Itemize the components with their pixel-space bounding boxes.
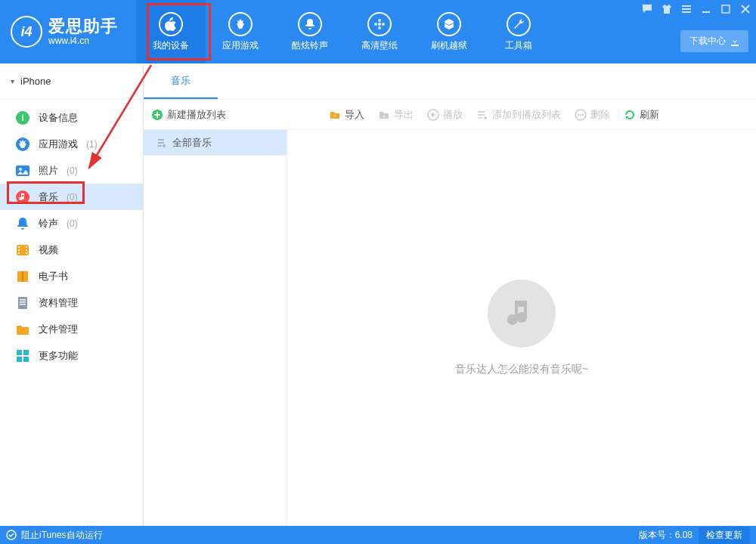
sidebar-item-count: (0) bbox=[67, 218, 78, 229]
document-icon bbox=[15, 295, 30, 311]
minimize-icon[interactable] bbox=[700, 3, 712, 15]
sidebar-item-label: 视频 bbox=[39, 243, 58, 257]
status-bar: 阻止iTunes自动运行 版本号：6.08 检查更新 bbox=[0, 526, 756, 544]
svg-rect-18 bbox=[26, 252, 27, 254]
check-circle-icon bbox=[6, 530, 17, 540]
svg-rect-15 bbox=[18, 252, 20, 254]
box-icon bbox=[437, 12, 461, 36]
download-center-button[interactable]: 下载中心 bbox=[680, 30, 748, 52]
delete-icon bbox=[575, 109, 587, 121]
content-split: 全部音乐 音乐达人怎么能没有音乐呢~ bbox=[144, 130, 756, 526]
svg-point-4 bbox=[382, 23, 385, 26]
svg-rect-23 bbox=[20, 304, 26, 305]
feedback-icon[interactable] bbox=[641, 3, 653, 15]
grid-icon bbox=[15, 348, 30, 363]
toolbar-label: 新建播放列表 bbox=[167, 108, 226, 122]
sidebar-item-label: 资料管理 bbox=[39, 296, 78, 310]
toolbar-label: 导出 bbox=[394, 108, 414, 122]
nav-label: 刷机越狱 bbox=[431, 39, 467, 52]
version-label: 版本号：6.08 bbox=[639, 529, 692, 542]
tab-music[interactable]: 音乐 bbox=[144, 63, 218, 99]
device-selector[interactable]: ▾ iPhone bbox=[0, 63, 143, 100]
refresh-button[interactable]: 刷新 bbox=[624, 108, 659, 122]
nav-ringtones[interactable]: 酷炫铃声 bbox=[275, 0, 345, 63]
info-icon: i bbox=[15, 110, 30, 125]
film-icon bbox=[15, 243, 30, 258]
toolbar-label: 导入 bbox=[345, 108, 364, 122]
sidebar-item-music[interactable]: 音乐 (0) bbox=[0, 184, 143, 210]
svg-text:i: i bbox=[21, 113, 23, 123]
sidebar-item-apps[interactable]: 应用游戏 (1) bbox=[0, 131, 143, 157]
nav-app-games[interactable]: 应用游戏 bbox=[206, 0, 275, 63]
top-nav: 我的设备 应用游戏 酷炫铃声 高清壁纸 刷机越狱 bbox=[136, 0, 553, 63]
sidebar-item-videos[interactable]: 视频 bbox=[0, 236, 143, 263]
svg-rect-27 bbox=[23, 357, 29, 362]
sidebar-item-device-info[interactable]: i 设备信息 bbox=[0, 104, 143, 131]
check-update-button[interactable]: 检查更新 bbox=[699, 527, 750, 544]
sidebar-item-label: 应用游戏 bbox=[39, 138, 78, 151]
maximize-icon[interactable] bbox=[720, 3, 732, 15]
nav-flash[interactable]: 刷机越狱 bbox=[414, 0, 484, 63]
import-button[interactable]: 导入 bbox=[329, 108, 364, 122]
content-area: 音乐 新建播放列表 导入 导出 播放 添加到播放列表 bbox=[144, 63, 756, 526]
new-playlist-button[interactable]: 新建播放列表 bbox=[151, 108, 226, 122]
menu-icon[interactable] bbox=[680, 3, 692, 15]
nav-my-device[interactable]: 我的设备 bbox=[136, 0, 206, 63]
sidebar-item-label: 更多功能 bbox=[39, 349, 78, 363]
svg-rect-16 bbox=[26, 246, 27, 248]
sidebar-list: i 设备信息 应用游戏 (1) 照片 (0) 音乐 (0) 铃 bbox=[0, 100, 143, 526]
sidebar-item-files[interactable]: 文件管理 bbox=[0, 316, 143, 342]
nav-label: 酷炫铃声 bbox=[292, 39, 328, 52]
sidebar-item-label: 设备信息 bbox=[39, 111, 78, 125]
svg-rect-13 bbox=[18, 246, 20, 248]
nav-wallpapers[interactable]: 高清壁纸 bbox=[345, 0, 414, 63]
image-icon bbox=[15, 163, 30, 178]
nav-label: 高清壁纸 bbox=[361, 39, 398, 52]
nav-label: 应用游戏 bbox=[222, 39, 259, 52]
music-list-icon bbox=[154, 137, 166, 149]
wrench-icon bbox=[507, 12, 531, 36]
playlist-all-music[interactable]: 全部音乐 bbox=[144, 130, 287, 156]
play-button[interactable]: 播放 bbox=[427, 108, 463, 122]
playlist-add-icon bbox=[476, 109, 488, 121]
sidebar-item-ebooks[interactable]: 电子书 bbox=[0, 263, 143, 289]
svg-rect-5 bbox=[722, 5, 730, 13]
download-icon bbox=[730, 37, 739, 46]
delete-button[interactable]: 删除 bbox=[575, 108, 610, 122]
sidebar-item-ringtones[interactable]: 铃声 (0) bbox=[0, 210, 143, 236]
sidebar-item-more[interactable]: 更多功能 bbox=[0, 342, 143, 369]
apple-icon bbox=[159, 12, 183, 36]
bell-icon bbox=[298, 12, 322, 36]
nav-label: 我的设备 bbox=[153, 39, 189, 52]
itunes-block-toggle[interactable]: 阻止iTunes自动运行 bbox=[6, 529, 103, 542]
brand-badge-icon: i4 bbox=[11, 16, 42, 48]
empty-text: 音乐达人怎么能没有音乐呢~ bbox=[455, 363, 588, 376]
export-button[interactable]: 导出 bbox=[378, 108, 414, 122]
toolbar-label: 添加到播放列表 bbox=[492, 108, 561, 122]
import-icon bbox=[329, 109, 341, 121]
refresh-icon bbox=[624, 109, 636, 121]
svg-rect-25 bbox=[23, 350, 29, 355]
svg-rect-17 bbox=[26, 249, 27, 251]
sidebar-item-photos[interactable]: 照片 (0) bbox=[0, 157, 143, 184]
brand-block: i4 爱思助手 www.i4.cn bbox=[0, 0, 136, 63]
svg-rect-20 bbox=[18, 297, 27, 309]
close-icon[interactable] bbox=[739, 3, 751, 15]
svg-point-10 bbox=[19, 168, 22, 171]
toolbar-label: 删除 bbox=[590, 108, 610, 122]
itunes-label: 阻止iTunes自动运行 bbox=[21, 529, 103, 542]
nav-toolbox[interactable]: 工具箱 bbox=[484, 0, 553, 63]
sidebar-item-count: (0) bbox=[67, 192, 78, 202]
skin-icon[interactable] bbox=[661, 3, 673, 15]
svg-rect-26 bbox=[17, 357, 22, 362]
sidebar-item-data[interactable]: 资料管理 bbox=[0, 289, 143, 316]
playlist-column: 全部音乐 bbox=[144, 130, 287, 526]
bell-icon bbox=[15, 216, 30, 231]
appstore-icon bbox=[15, 137, 30, 152]
sidebar-item-label: 照片 bbox=[39, 164, 58, 178]
toolbar-label: 播放 bbox=[443, 108, 463, 122]
svg-rect-22 bbox=[20, 301, 26, 303]
add-to-playlist-button[interactable]: 添加到播放列表 bbox=[476, 108, 561, 122]
playlist-label: 全部音乐 bbox=[172, 136, 212, 150]
svg-rect-21 bbox=[20, 299, 26, 301]
